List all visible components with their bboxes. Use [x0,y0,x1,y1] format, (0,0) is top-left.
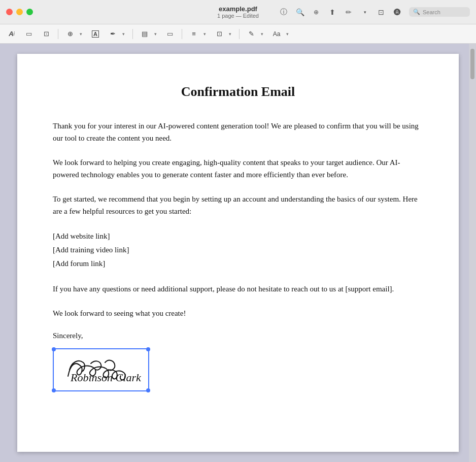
signature-box[interactable]: Robinson Clark [53,348,149,391]
info-icon[interactable]: ⓘ [279,8,288,17]
zoom-out-icon[interactable]: 🔍 [295,8,304,17]
handle-bottom-left[interactable] [52,388,56,392]
list-item-2: [Add training video link] [53,243,423,257]
chevron-down-icon-7: ▾ [286,31,289,37]
ai-icon-i: i [14,31,15,37]
window-controls [6,9,33,15]
pdf-page: Confirmation Email Thank you for your in… [17,54,459,452]
chevron-down-icon-6: ▾ [261,31,263,37]
color-group: ✎ ▾ [245,27,266,41]
handle-top-right[interactable] [146,347,150,351]
page-tool-button[interactable]: ▭ [163,27,177,41]
view-button[interactable]: ⊡ [213,27,226,41]
share-icon[interactable]: ⬆ [328,8,337,17]
toolbar-separator-1 [58,29,58,39]
sincerely-text: Sincerely, [53,332,423,340]
pen-tool-button[interactable]: ✒ [106,27,119,41]
chevron-down-icon-2: ▾ [122,31,125,37]
chevron-down-icon-3: ▾ [154,31,157,37]
document-title: Confirmation Email [53,84,423,100]
shapes-dropdown[interactable]: ▾ [77,30,85,38]
title-bar-right: ⓘ 🔍 ⊕ ⬆ ✏ ▾ ⊡ 🅐 🔍 Search [279,7,470,17]
signature-image: Robinson Clark [60,353,142,386]
align-button[interactable]: ≡ [187,27,200,41]
rectangle-tool-button[interactable]: ▭ [22,27,36,41]
forward-paragraph: We look forward to seeing what you creat… [53,307,423,319]
pen-icon: ✒ [110,30,116,38]
page-icon: ▭ [167,30,173,38]
layout-button[interactable]: ▤ [138,27,151,41]
window-title-area: example.pdf 1 page — Edited [217,5,259,19]
chevron-down-icon-4: ▾ [203,31,206,37]
ai-icon: A [9,30,13,38]
scrollbar-thumb[interactable] [470,49,474,79]
shapes-button[interactable]: ⊕ [63,27,77,41]
search-icon: 🔍 [413,9,420,15]
pen-dropdown-icon[interactable]: ▾ [360,8,369,17]
paragraph-2: We look forward to helping you create en… [53,156,423,181]
paragraph-3: To get started, we recommend that you be… [53,193,423,217]
pen-icon[interactable]: ✏ [344,8,353,17]
color-button[interactable]: ✎ [245,27,258,41]
color-dropdown[interactable]: ▾ [258,30,266,38]
toolbar-separator-3 [182,29,182,39]
ai-tool-button[interactable]: A i [5,27,18,41]
color-icon: ✎ [249,30,254,38]
file-subtitle: 1 page — Edited [217,13,259,19]
list-item-1: [Add website link] [53,229,423,243]
content-area: Confirmation Email Thank you for your in… [0,44,476,462]
view-dropdown[interactable]: ▾ [226,30,234,38]
search-placeholder: Search [423,9,440,15]
text-tool-button[interactable]: A [89,27,102,41]
shapes-group: ⊕ ▾ [63,27,85,41]
paragraph-1: Thank you for your interest in our AI-po… [53,120,423,144]
signature-container[interactable]: Robinson Clark [53,348,149,391]
filename-label: example.pdf [219,5,257,13]
minimize-button[interactable] [16,9,23,15]
rectangle-icon: ▭ [26,30,32,38]
align-icon: ≡ [192,30,196,38]
image-tool-button[interactable]: ⊡ [40,27,53,41]
align-group: ≡ ▾ [187,27,209,41]
layout-group: ▤ ▾ [138,27,159,41]
pen-group: ✒ ▾ [106,27,127,41]
search-bar[interactable]: 🔍 Search [409,7,470,17]
handle-bottom-right[interactable] [146,388,150,392]
title-bar: example.pdf 1 page — Edited ⓘ 🔍 ⊕ ⬆ ✏ ▾ … [0,0,476,24]
handle-top-left[interactable] [52,347,56,351]
font-icon: Aa [273,30,281,38]
resource-list: [Add website link] [Add training video l… [53,229,423,271]
closing-paragraph: If you have any questions or need additi… [53,283,423,295]
crop-icon[interactable]: ⊡ [377,8,386,17]
text-icon: A [92,30,99,38]
layout-dropdown[interactable]: ▾ [152,30,159,38]
close-button[interactable] [6,9,13,15]
maximize-button[interactable] [26,9,33,15]
highlight-icon[interactable]: 🅐 [393,8,402,17]
view-group: ⊡ ▾ [213,27,234,41]
toolbar-separator-4 [239,29,240,39]
image-icon: ⊡ [44,30,49,38]
svg-text:Robinson Clark: Robinson Clark [70,371,142,384]
font-button[interactable]: Aa [270,27,283,41]
pen-dropdown[interactable]: ▾ [120,30,127,38]
align-dropdown[interactable]: ▾ [201,30,209,38]
list-item-3: [Add forum link] [53,257,423,271]
toolbar-separator-2 [132,29,133,39]
chevron-down-icon-5: ▾ [229,31,231,37]
secondary-toolbar: A i ▭ ⊡ ⊕ ▾ A ✒ ▾ ▤ ▾ ▭ [0,24,476,44]
layout-icon: ▤ [142,30,148,38]
font-dropdown[interactable]: ▾ [284,30,291,38]
chevron-down-icon: ▾ [80,31,82,37]
view-icon: ⊡ [217,30,222,38]
shapes-icon: ⊕ [67,30,73,38]
font-group: Aa ▾ [270,27,291,41]
scrollbar-track[interactable] [469,44,476,462]
zoom-in-icon[interactable]: ⊕ [312,8,321,17]
